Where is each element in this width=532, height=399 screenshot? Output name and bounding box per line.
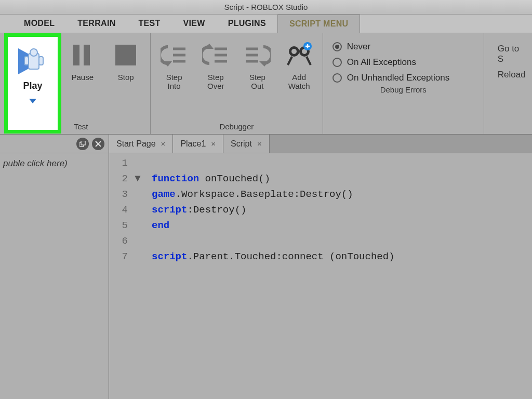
editor-tab-place1[interactable]: Place1 × xyxy=(173,135,223,153)
radio-dot-icon xyxy=(332,42,342,51)
radio-dot-icon xyxy=(332,73,342,83)
editor-tabstrip: Start Page × Place1 × Script × xyxy=(109,135,532,153)
step-over-button[interactable]: Step Over xyxy=(198,36,233,91)
svg-line-26 xyxy=(288,57,292,65)
play-icon[interactable] xyxy=(15,46,50,78)
tab-label: Place1 xyxy=(180,139,206,149)
stop-icon xyxy=(111,41,140,70)
step-into-label: Step Into xyxy=(166,73,182,91)
add-watch-button[interactable]: Add Watch xyxy=(282,36,316,91)
line-num: 5 xyxy=(109,218,128,233)
step-over-icon xyxy=(201,41,230,70)
svg-rect-32 xyxy=(81,141,85,145)
editor-tab-start-page[interactable]: Start Page × xyxy=(109,135,173,153)
go-to-script-action[interactable]: Go to S xyxy=(498,44,526,64)
explorer-panel: puble click here) xyxy=(0,135,109,399)
pause-button[interactable]: Pause xyxy=(64,36,101,82)
line-num: 4 xyxy=(109,202,128,218)
radio-on-all[interactable]: On All Exceptions xyxy=(332,57,477,68)
tab-close-icon[interactable]: × xyxy=(161,139,166,148)
tab-label: Script xyxy=(231,139,252,149)
line-num: 1 xyxy=(109,155,128,171)
play-highlight: Play xyxy=(4,33,61,134)
reload-action[interactable]: Reload xyxy=(498,70,526,80)
editor-tab-script[interactable]: Script × xyxy=(223,135,270,153)
line-num: 7 xyxy=(109,249,128,264)
code-line: end xyxy=(133,218,532,233)
line-num: 6 xyxy=(109,233,128,249)
radio-never[interactable]: Never xyxy=(332,42,477,52)
code-line: script:Destroy() xyxy=(133,202,532,218)
radio-never-label: Never xyxy=(347,42,370,52)
menu-bar: MODEL TERRAIN TEST VIEW PLUGINS SCRIPT M… xyxy=(0,15,532,33)
panel-close-button[interactable] xyxy=(92,138,104,150)
svg-point-2 xyxy=(30,49,37,56)
svg-marker-5 xyxy=(29,99,36,103)
add-watch-label: Add Watch xyxy=(288,73,310,91)
code-line xyxy=(133,233,532,249)
code-editor[interactable]: 1 2 3 4 5 6 7 ▼function onTouched() game… xyxy=(109,153,532,399)
group-debug-errors-label: Debug Errors xyxy=(329,83,477,95)
windows-icon xyxy=(79,141,86,147)
code-line xyxy=(133,155,532,171)
svg-line-27 xyxy=(307,57,311,65)
panel-restore-button[interactable] xyxy=(76,138,89,150)
code-line: script.Parent.Touched:connect (onTouched… xyxy=(133,249,532,264)
step-out-icon xyxy=(243,41,272,70)
svg-rect-3 xyxy=(24,57,29,65)
ribbon: Play Pause Stop Test xyxy=(0,33,532,135)
workspace: puble click here) Start Page × Place1 × … xyxy=(0,135,532,399)
svg-rect-6 xyxy=(73,45,79,65)
stop-button[interactable]: Stop xyxy=(108,36,144,82)
tab-label: Start Page xyxy=(116,139,156,149)
svg-rect-4 xyxy=(39,57,43,65)
close-icon xyxy=(95,141,101,147)
code-lines: ▼function onTouched() game.Workspace.Bas… xyxy=(133,155,532,399)
play-label: Play xyxy=(23,81,42,91)
add-watch-icon xyxy=(285,41,314,70)
tab-test[interactable]: TEST xyxy=(127,15,172,33)
group-test-label: Test xyxy=(64,120,144,132)
tab-model[interactable]: MODEL xyxy=(12,15,66,33)
step-into-icon xyxy=(159,41,189,70)
step-out-label: Step Out xyxy=(249,73,265,91)
radio-on-all-label: On All Exceptions xyxy=(347,57,416,68)
code-line: ▼function onTouched() xyxy=(133,171,532,187)
editor-area: Start Page × Place1 × Script × 1 2 3 4 5… xyxy=(109,135,532,399)
stop-label: Stop xyxy=(118,73,134,82)
line-num: 3 xyxy=(109,187,128,202)
tab-plugins[interactable]: PLUGINS xyxy=(217,15,277,33)
radio-dot-icon xyxy=(332,58,342,67)
pause-label: Pause xyxy=(71,73,94,82)
radio-on-unhandled[interactable]: On Unhandled Exceptions xyxy=(332,73,477,83)
tab-terrain[interactable]: TERRAIN xyxy=(66,15,127,33)
tab-scriptmenu[interactable]: SCRIPT MENU xyxy=(277,15,361,33)
explorer-hint[interactable]: puble click here) xyxy=(0,153,109,174)
step-out-button[interactable]: Step Out xyxy=(240,36,274,91)
play-dropdown-arrow-icon[interactable] xyxy=(29,97,36,106)
group-debugger-label: Debugger xyxy=(157,120,316,132)
code-line: game.Workspace.Baseplate:Destroy() xyxy=(133,187,532,202)
fold-icon[interactable]: ▼ xyxy=(133,171,142,187)
window-title: Script - ROBLOX Studio xyxy=(224,3,308,11)
step-into-button[interactable]: Step Into xyxy=(157,36,191,91)
pause-icon xyxy=(68,41,97,70)
step-over-label: Step Over xyxy=(207,73,224,91)
tab-view[interactable]: VIEW xyxy=(172,15,217,33)
svg-rect-8 xyxy=(115,45,136,65)
svg-point-23 xyxy=(291,49,297,54)
title-bar: Script - ROBLOX Studio xyxy=(0,0,532,15)
radio-on-unhandled-label: On Unhandled Exceptions xyxy=(347,73,450,83)
line-num: 2 xyxy=(109,171,128,187)
svg-rect-7 xyxy=(84,45,90,65)
svg-rect-25 xyxy=(297,50,301,52)
line-gutter: 1 2 3 4 5 6 7 xyxy=(109,155,133,399)
tab-close-icon[interactable]: × xyxy=(257,139,262,148)
tab-close-icon[interactable]: × xyxy=(211,139,216,148)
